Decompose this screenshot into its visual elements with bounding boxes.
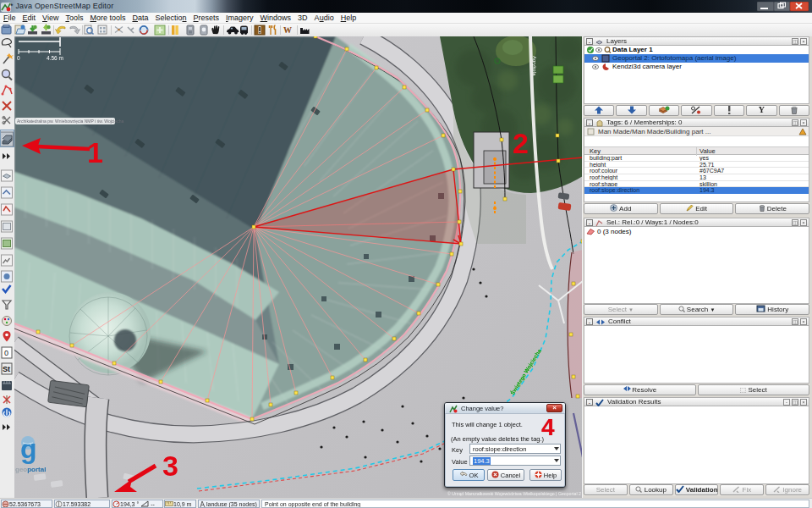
svg-text:0: 0 <box>4 349 8 357</box>
svg-text:4.56 m: 4.56 m <box>47 55 63 61</box>
svg-text:2: 2 <box>513 127 529 159</box>
svg-text:g: g <box>20 433 37 464</box>
svg-text:© Urząd Marszałkowski Wojewódz: © Urząd Marszałkowski Województwa Wielko… <box>447 491 581 496</box>
svg-text:3: 3 <box>162 450 178 482</box>
svg-text:0: 0 <box>17 55 20 61</box>
svg-text:Archikatedralna pw. Wniebowzię: Archikatedralna pw. Wniebowzięcia NMP i … <box>17 119 123 124</box>
svg-text:W: W <box>283 25 292 35</box>
svg-text:Agrykola: Agrykola <box>532 56 537 76</box>
svg-text:1: 1 <box>87 136 103 168</box>
svg-text:geoportal: geoportal <box>15 466 46 473</box>
svg-text:St: St <box>3 365 10 373</box>
